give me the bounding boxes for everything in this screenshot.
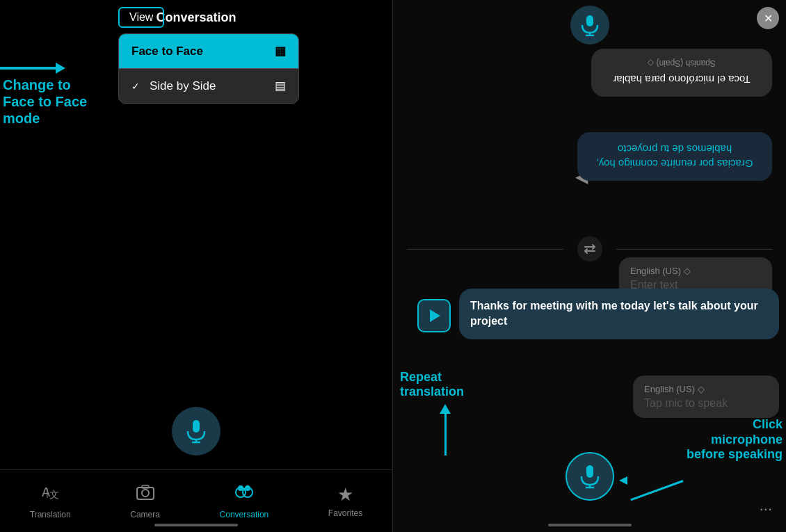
swap-arrows-icon [583,242,597,256]
change-annotation-text: Change toFace to Facemode [0,76,115,127]
conversation-title: Conversation [156,10,236,25]
side-by-side-label: Side by Side [150,79,216,93]
favorites-nav-label: Favorites [328,508,362,518]
camera-nav-icon [136,483,155,507]
dropdown-item-face-to-face[interactable]: Face to Face ▦ [119,34,298,68]
repeat-arrow-line [444,414,447,456]
upside-bubble-1: Toca el micrófono para hablar Spanish (S… [591,49,772,97]
upside-down-msg-1: Toca el micrófono para hablar Spanish (S… [591,49,772,97]
svg-text:文: 文 [49,489,59,500]
upside-text-2: Gracias por reunirte conmigo hoy, hablem… [588,142,761,171]
swap-icon[interactable] [577,236,602,261]
tap-mic-block: English (US) ◇ Tap mic to speak [633,376,779,418]
arrow-line [0,67,56,70]
nav-item-translation[interactable]: A 文 Translation [30,483,71,519]
conversation-icon-svg [234,483,255,502]
upside-lang-1: Spanish (Spain) ◇ [602,58,761,68]
tap-mic-bubble: English (US) ◇ Tap mic to speak [633,376,779,418]
right-panel: ✕ Toca el micrófono para hablar Spanish … [393,0,786,532]
dropdown-item-side-by-side[interactable]: ✓ Side by Side ▤ [119,68,298,103]
play-repeat-button[interactable] [417,299,451,332]
nav-item-conversation[interactable]: Conversation [220,483,269,519]
favorites-nav-icon: ★ [337,484,353,506]
home-indicator-left [154,524,238,526]
divider-line-left [407,249,563,250]
svg-point-7 [142,490,149,497]
upside-bubble-2: Gracias por reunirte conmigo hoy, hablem… [577,132,772,181]
mic-avatar-top [570,6,609,45]
view-button[interactable]: View [118,7,164,28]
mic-icon-left [184,419,209,444]
mic-avatar-icon [579,14,601,36]
repeat-arrow [400,404,490,456]
upside-down-msg-2: Gracias por reunirte conmigo hoy, hablem… [577,132,772,181]
tap-mic-placeholder: Tap mic to speak [644,397,768,410]
repeat-translation-text: Repeat translation [400,370,490,400]
face-to-face-icon: ▦ [275,44,286,58]
svg-point-11 [238,485,243,491]
check-mark-icon: ✓ [131,81,140,92]
thanks-bubble: Thanks for meeting with me today let's t… [459,289,779,339]
nav-item-camera[interactable]: Camera [130,483,160,519]
nav-item-favorites[interactable]: ★ Favorites [328,484,362,518]
divider-line-right [616,249,773,250]
close-button[interactable]: ✕ [757,7,779,29]
svg-point-12 [245,485,250,491]
translation-nav-icon: A 文 [40,483,60,507]
svg-rect-0 [193,420,200,433]
tap-mic-lang: English (US) ◇ [644,384,768,394]
thanks-message-bubble: Thanks for meeting with me today let's t… [459,289,779,348]
translation-icon-svg: A 文 [40,483,60,502]
mic-button-right[interactable] [566,452,614,501]
svg-rect-17 [586,465,593,478]
face-to-face-label: Face to Face [131,45,203,58]
right-dots-button[interactable]: ··· [760,500,772,518]
conversation-nav-label: Conversation [220,510,269,519]
upside-text-1: Toca el micrófono para hablar [602,72,761,87]
dropdown-menu: Face to Face ▦ ✓ Side by Side ▤ [118,33,299,104]
mic-button-left[interactable] [172,407,220,456]
svg-rect-13 [586,15,593,26]
change-arrow-container [0,63,115,74]
svg-marker-16 [430,309,440,322]
camera-nav-label: Camera [130,510,160,519]
thanks-text: Thanks for meeting with me today let's t… [470,298,768,330]
english-lang-name: English (US) ◇ [630,266,761,276]
annotation-click-mic: Click microphone before speaking [678,417,783,462]
mic-icon-right [577,464,602,489]
mic-annotation-arrow-head [619,476,627,485]
top-bar: View Conversation ··· [0,0,392,35]
annotation-change-to: Change toFace to Facemode [0,63,115,127]
bottom-nav: A 文 Translation Camera [0,469,392,532]
translation-nav-label: Translation [30,510,71,519]
camera-icon-svg [136,483,155,502]
mic-annotation-arrow-line [630,480,683,501]
play-icon [426,307,442,324]
repeat-arrow-head [440,404,451,414]
side-by-side-icon: ▤ [275,79,286,93]
home-indicator-right [548,524,632,526]
conversation-nav-icon [234,483,255,507]
annotation-repeat-translation: Repeat translation [400,370,490,456]
left-panel: View Conversation ··· Face to Face ▦ ✓ S… [0,0,393,532]
arrow-head [56,63,65,74]
click-mic-text: Click microphone before speaking [678,417,783,462]
